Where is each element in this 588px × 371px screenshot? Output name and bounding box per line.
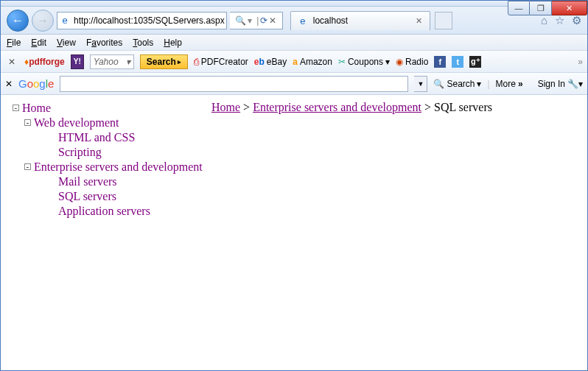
tree-link-scripting[interactable]: Scripting — [58, 145, 211, 160]
tree-link-app[interactable]: Application servers — [58, 204, 211, 219]
yahoo-icon[interactable]: Y! — [71, 54, 84, 69]
tree-node-enterprise: - Enterprise servers and development — [24, 160, 211, 174]
breadcrumb-current: SQL servers — [434, 101, 492, 113]
pdfcreator-button[interactable]: ⎙PDFCreator — [194, 57, 248, 67]
google-search-button[interactable]: 🔍Search ▾ — [433, 79, 481, 89]
menu-tools[interactable]: Tools — [133, 38, 153, 48]
collapse-icon[interactable]: - — [24, 163, 31, 170]
new-tab-button[interactable] — [435, 12, 452, 29]
menu-view[interactable]: View — [57, 38, 76, 48]
tree-link-mail[interactable]: Mail servers — [58, 174, 211, 189]
google-more-button[interactable]: More » — [496, 79, 523, 89]
tools-gear-icon[interactable]: ⚙ — [572, 14, 581, 27]
url-text: http://localhost:1035/SQLServers.aspx — [74, 15, 225, 26]
menu-bar: File Edit View Favorites Tools Help — [1, 35, 587, 51]
window-titlebar: — ❐ ✕ — [1, 1, 587, 7]
tree-node-home: - Home — [13, 101, 211, 116]
window-close-button[interactable]: ✕ — [552, 1, 587, 15]
page-content: - Home - Web development HTML and CSS Sc… — [1, 95, 587, 370]
pdfforge-logo[interactable]: ♦pdfforge — [24, 57, 65, 67]
home-icon[interactable]: ⌂ — [541, 14, 547, 27]
navigation-tree: - Home - Web development HTML and CSS Sc… — [13, 101, 211, 364]
googleplus-icon[interactable]: g⁺ — [469, 56, 481, 68]
tab-close-button[interactable]: ✕ — [414, 16, 424, 26]
tree-link-webdev[interactable]: Web development — [34, 116, 119, 130]
collapse-icon[interactable]: - — [24, 119, 31, 126]
google-search-input[interactable] — [60, 76, 408, 92]
address-search-buttons[interactable]: 🔍 ▾ | ⟳ ✕ — [230, 12, 283, 29]
address-bar[interactable]: e http://localhost:1035/SQLServers.aspx — [57, 12, 227, 29]
tab-title: localhost — [313, 15, 348, 26]
toolbar-chevron-icon[interactable]: » — [578, 57, 583, 67]
tree-node-webdev: - Web development — [24, 116, 211, 130]
breadcrumb-enterprise[interactable]: Enterprise servers and development — [253, 101, 421, 113]
tree-link-home[interactable]: Home — [22, 101, 51, 116]
breadcrumb-separator: > — [240, 101, 253, 113]
refresh-button[interactable]: ⟳ — [260, 15, 267, 26]
breadcrumb: Home > Enterprise servers and developmen… — [211, 101, 492, 364]
ebay-button[interactable]: ebeBay — [254, 57, 287, 67]
favorites-icon[interactable]: ☆ — [555, 14, 564, 27]
google-logo[interactable]: Google — [18, 77, 54, 90]
menu-favorites[interactable]: Favorites — [86, 38, 122, 48]
toolbar-close-button[interactable]: ✕ — [5, 57, 18, 67]
ie-page-icon: e — [59, 15, 71, 26]
browser-tab[interactable]: e localhost ✕ — [290, 11, 430, 30]
yahoo-search-input[interactable]: Yahoo▾ — [90, 54, 134, 69]
coupons-button[interactable]: ✂Coupons ▾ — [338, 57, 390, 67]
google-search-dropdown[interactable]: ▼ — [414, 76, 427, 92]
forward-button: → — [32, 10, 54, 32]
breadcrumb-separator: > — [421, 101, 434, 113]
browser-nav-bar: ← → e http://localhost:1035/SQLServers.a… — [1, 7, 587, 35]
window-minimize-button[interactable]: — — [508, 1, 530, 15]
search-icon[interactable]: 🔍 — [235, 15, 246, 26]
twitter-icon[interactable]: t — [452, 56, 463, 68]
back-button[interactable]: ← — [7, 10, 29, 32]
amazon-button[interactable]: aAmazon — [293, 57, 332, 67]
pdfforge-toolbar: ✕ ♦pdfforge Y! Yahoo▾ Search ▸ ⎙PDFCreat… — [1, 51, 587, 73]
ie-favicon-icon: e — [297, 15, 309, 26]
menu-file[interactable]: File — [7, 38, 21, 48]
stop-button[interactable]: ✕ — [269, 15, 276, 26]
tree-link-sql[interactable]: SQL servers — [58, 189, 211, 204]
radio-button[interactable]: ◉Radio — [396, 57, 428, 67]
menu-help[interactable]: Help — [164, 38, 182, 48]
google-signin-button[interactable]: Sign In 🔧▾ — [538, 79, 583, 89]
window-maximize-button[interactable]: ❐ — [530, 1, 552, 15]
search-button[interactable]: Search ▸ — [140, 54, 188, 69]
google-toolbar-close-button[interactable]: ✕ — [5, 79, 13, 89]
tree-link-htmlcss[interactable]: HTML and CSS — [58, 130, 211, 145]
menu-edit[interactable]: Edit — [31, 38, 46, 48]
google-toolbar: ✕ Google ▼ 🔍Search ▾ | More » Sign In 🔧▾ — [1, 73, 587, 95]
facebook-icon[interactable]: f — [434, 56, 446, 68]
collapse-icon[interactable]: - — [13, 105, 19, 111]
tree-link-enterprise[interactable]: Enterprise servers and development — [34, 160, 203, 174]
breadcrumb-home[interactable]: Home — [211, 101, 240, 113]
